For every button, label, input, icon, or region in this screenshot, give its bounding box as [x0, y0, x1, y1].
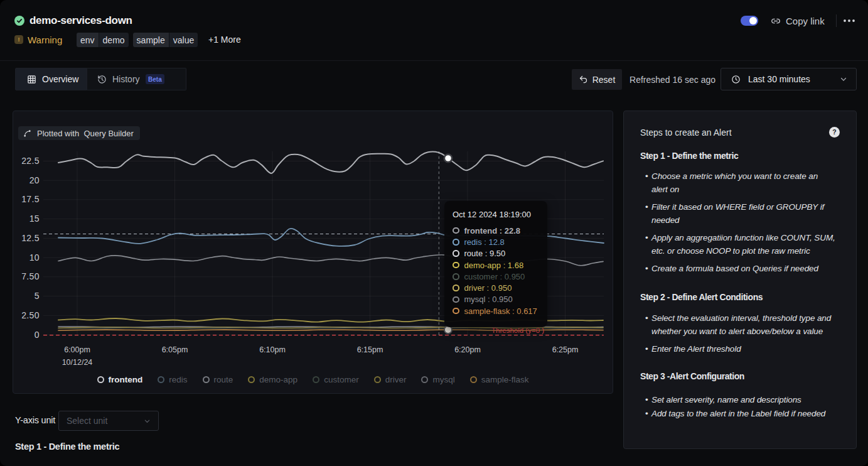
svg-text:6:10pm: 6:10pm	[259, 345, 286, 354]
svg-text:22.5: 22.5	[21, 156, 40, 166]
svg-text:2.50: 2.50	[21, 310, 40, 320]
svg-text:7.50: 7.50	[21, 271, 40, 281]
svg-text:6:25pm: 6:25pm	[552, 345, 579, 354]
svg-text:6:05pm: 6:05pm	[162, 345, 188, 354]
svg-text:0: 0	[35, 330, 40, 340]
svg-text:17.5: 17.5	[21, 194, 40, 204]
svg-text:6:00pm: 6:00pm	[64, 345, 90, 354]
svg-text:6:15pm: 6:15pm	[357, 345, 383, 354]
svg-text:10/12/24: 10/12/24	[62, 358, 93, 367]
svg-text:Threshold (y=0 ): Threshold (y=0 )	[491, 327, 544, 334]
svg-text:20: 20	[29, 175, 40, 185]
svg-text:12.5: 12.5	[21, 233, 40, 243]
svg-text:10: 10	[29, 252, 40, 263]
svg-text:5: 5	[35, 291, 40, 301]
svg-text:6:20pm: 6:20pm	[454, 345, 481, 354]
svg-text:15: 15	[29, 214, 40, 224]
